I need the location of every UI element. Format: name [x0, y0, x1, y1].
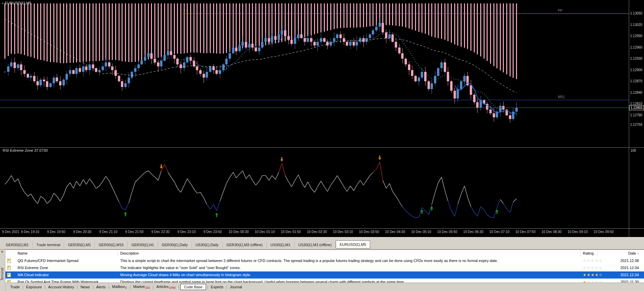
- terminal-tab-bar: Trade|Exposure|Account History|News|Aler…: [5, 283, 644, 291]
- star-icon: ☆: [591, 266, 595, 270]
- terminal-tab[interactable]: Account History: [46, 284, 77, 290]
- codebase-description: This is a simple script to chart the int…: [120, 257, 498, 264]
- terminal-tab[interactable]: Experts: [208, 284, 226, 290]
- column-divider: [118, 251, 118, 256]
- column-divider: [580, 251, 581, 256]
- chart-tab[interactable]: GER30(£),M1: [2, 241, 33, 248]
- star-icon: ☆: [595, 280, 599, 283]
- bid-price-marker: 1.12801: [629, 105, 644, 110]
- chart-tab[interactable]: US30(£),Daily: [192, 241, 223, 248]
- mt4-workspace: { "chart": { "symbol_label": "EURUSD(£),…: [0, 0, 644, 291]
- tab-badge: 6: [125, 286, 127, 289]
- chart-tab[interactable]: GER30(£),M3 (offline): [223, 241, 266, 248]
- star-icon: ☆: [583, 259, 587, 263]
- chart-tab[interactable]: US30(£),M1: [267, 241, 294, 248]
- time-axis-label: 10 Dec 09:50: [594, 230, 614, 234]
- codebase-name: QG Futures/CFD Intermarket Spread: [18, 257, 78, 264]
- terminal-tab[interactable]: Trade: [7, 284, 22, 290]
- terminal-tab[interactable]: Mailbox6: [109, 284, 130, 290]
- terminal-tab[interactable]: News: [78, 284, 93, 290]
- price-axis-label: 1.13050: [630, 11, 644, 16]
- codebase-row[interactable]: Pair Or Symbol And Time Frame With Water…: [5, 279, 644, 283]
- time-axis-label: 9 Dec 19:10: [21, 230, 39, 234]
- tab-badge: 102: [145, 286, 150, 289]
- star-icon: ☆: [591, 259, 595, 263]
- column-header-date-text: Date: [628, 251, 636, 255]
- codebase-item-icon: [7, 259, 11, 263]
- symbol-menu-icon[interactable]: ▾: [2, 2, 4, 5]
- price-axis-label: 1.12870: [630, 79, 644, 83]
- codebase-date: 2021.12.08: [600, 257, 639, 264]
- star-icon: ☆: [587, 259, 591, 263]
- price-axis-label: 1.12990: [630, 34, 644, 38]
- chart-tab[interactable]: GER30(£),M1: [64, 241, 95, 248]
- codebase-row[interactable]: QG Futures/CFD Intermarket SpreadThis is…: [5, 257, 644, 264]
- codebase-name: Pair Or Symbol And Time Frame With Water…: [18, 279, 99, 283]
- tab-separator: |: [178, 285, 179, 289]
- chart-tab[interactable]: Trade terminal: [33, 241, 65, 248]
- column-header-description[interactable]: Description: [120, 250, 139, 257]
- time-axis-label: 9 Dec 19:50: [47, 230, 65, 234]
- close-terminal-button[interactable]: ×: [1, 250, 3, 254]
- column-header-name[interactable]: Name: [18, 250, 27, 257]
- star-icon: ☆: [587, 266, 591, 270]
- rsi-indicator-label: RSI Extreme Zone 37.0730: [3, 148, 48, 152]
- terminal-tab[interactable]: Code Base: [180, 284, 206, 290]
- symbol-period-label: ▾EURUSD(£),M5: [2, 1, 31, 5]
- rsi-scale-top-label: 100: [630, 149, 636, 152]
- chart-tab[interactable]: GER30(£),Daily: [158, 241, 192, 248]
- codebase-row[interactable]: RSI Extreme ZoneThe indicator highlights…: [5, 264, 644, 271]
- price-axis-label: 1.12780: [630, 113, 644, 117]
- time-axis-label: 10 Dec 07:50: [515, 230, 536, 234]
- star-icon: ★: [591, 273, 595, 277]
- star-icon: ☆: [591, 280, 595, 283]
- price-axis-label: 1.12755: [630, 123, 644, 127]
- star-icon: ☆: [595, 259, 599, 263]
- time-axis-label: 10 Dec 01:10: [255, 230, 275, 234]
- codebase-date: 2021.12.04: [600, 271, 639, 279]
- star-icon: ☆: [583, 266, 587, 270]
- time-axis-label: 10 Dec 05:50: [437, 230, 458, 234]
- terminal-tab[interactable]: Exposure: [23, 284, 44, 290]
- codebase-date: 2021.11.30: [600, 279, 639, 283]
- time-axis-label: 9 Dec 21:10: [99, 230, 118, 234]
- time-axis-label: 10 Dec 05:10: [411, 230, 431, 234]
- star-icon: ☆: [595, 266, 599, 270]
- chart-window: ▾EURUSD(£),M5 PP MS1 1.130501.130201.129…: [0, 0, 644, 237]
- time-axis-label: 10 Dec 07:10: [489, 230, 510, 234]
- time-axis-label: 10 Dec 03:10: [333, 230, 353, 234]
- column-header-rating[interactable]: Rating: [583, 250, 594, 257]
- codebase-name: MA Cloud indicator: [18, 271, 49, 279]
- chart-tab[interactable]: GER30(£),H1: [128, 241, 158, 248]
- terminal-tab[interactable]: Journal: [227, 284, 244, 290]
- codebase-item-icon: [7, 273, 11, 277]
- time-axis-label: 9 Dec 23:10: [177, 230, 196, 234]
- time-axis-label: 10 Dec 00:30: [229, 230, 249, 234]
- time-axis-label: 10 Dec 03:50: [359, 230, 379, 234]
- codebase-item-icon: [7, 266, 11, 270]
- time-axis-label: 10 Dec 08:30: [541, 230, 562, 234]
- chart-tab[interactable]: US30(£),M3 (offline): [294, 241, 336, 248]
- column-header-date[interactable]: Date▿: [600, 250, 639, 257]
- time-axis-label: 10 Dec 04:30: [385, 230, 405, 234]
- chart-tab-bar: GER30(£),M1Trade terminalGER30(£),M1GER3…: [0, 237, 644, 250]
- star-icon: ★: [595, 273, 599, 277]
- time-axis-label: 9 Dec 2021: [2, 230, 19, 234]
- codebase-row[interactable]: MA Cloud indicatorMoving Average Cloud d…: [5, 271, 644, 279]
- star-icon: ☆: [587, 280, 591, 283]
- tab-badge: 1066: [169, 286, 176, 289]
- price-chart-canvas[interactable]: [0, 0, 644, 237]
- terminal-tab[interactable]: Market102: [131, 284, 153, 290]
- price-axis-label: 1.13020: [630, 23, 644, 27]
- chart-tab[interactable]: GER30(£),M15: [95, 241, 128, 248]
- ms1-level-label: MS1: [558, 95, 565, 99]
- codebase-table-header: Name Description Rating Date▿: [5, 250, 644, 258]
- star-icon: ★: [583, 273, 587, 277]
- terminal-tab[interactable]: Alerts: [94, 284, 108, 290]
- time-axis-label: 10 Dec 01:50: [281, 230, 301, 234]
- chart-tab[interactable]: EURUSD(£),M5: [336, 240, 370, 249]
- terminal-tab[interactable]: Articles1066: [154, 284, 178, 290]
- codebase-name: RSI Extreme Zone: [18, 264, 48, 271]
- pp-level-label: PP: [558, 9, 562, 12]
- sort-desc-icon[interactable]: ▿: [637, 252, 639, 255]
